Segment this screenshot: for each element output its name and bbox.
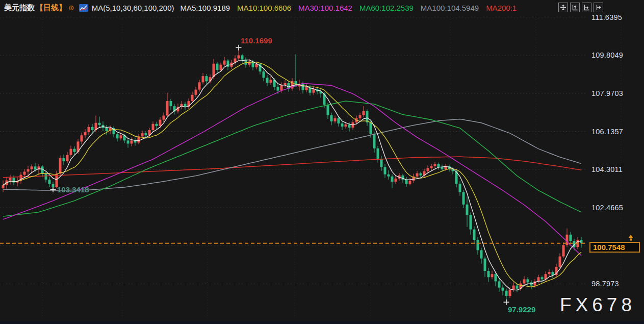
candle (302, 84, 304, 90)
y-axis-label: 109.8049 (591, 51, 642, 59)
candle (473, 230, 476, 240)
candle (377, 148, 379, 159)
candle (70, 149, 72, 155)
ma-value-ma5: MA5:100.9189 (181, 4, 230, 12)
candle (195, 90, 197, 95)
chart-toolbar (556, 3, 603, 12)
candle (559, 257, 561, 267)
candle (405, 180, 408, 184)
candle (131, 140, 133, 143)
candle (330, 115, 333, 121)
scale-vertical-icon[interactable] (570, 3, 580, 12)
candle (434, 164, 436, 166)
y-axis-label: 111.6395 (591, 13, 642, 21)
candle (141, 133, 144, 136)
candle (255, 64, 258, 68)
candle (359, 115, 362, 118)
candle (313, 89, 315, 93)
candle (152, 124, 154, 130)
candle (220, 65, 222, 70)
candle (527, 279, 529, 282)
price-annotation: 110.1699 (241, 36, 272, 45)
candle (98, 123, 101, 125)
candle (420, 173, 422, 176)
candle (395, 179, 397, 182)
candle (198, 82, 201, 89)
y-axis-label: 106.1357 (591, 128, 642, 136)
candle (491, 274, 494, 277)
ma200-line (3, 157, 581, 178)
candle (416, 173, 419, 177)
candle (241, 55, 244, 59)
candle (430, 166, 433, 168)
chart-header: 美元指数 【日线】 ⊕ MA(5,10,30,60,100,200) MA5:1… (4, 3, 524, 13)
candle (23, 171, 26, 175)
candle (84, 132, 87, 135)
candle (163, 115, 165, 119)
ma-settings-label: MA(5,10,30,60,100,200) (92, 4, 174, 12)
candle (512, 286, 515, 290)
candle (462, 192, 465, 204)
candle (63, 158, 65, 161)
candle (73, 149, 76, 152)
candle (459, 184, 461, 192)
crosshair-move-icon[interactable] (558, 3, 568, 12)
candle (170, 101, 172, 106)
candle (523, 279, 526, 283)
candle (263, 71, 265, 78)
period-label: 【日线】 (36, 3, 66, 13)
candle (31, 166, 33, 169)
expand-icon[interactable]: ⊕ (68, 4, 74, 12)
candle (202, 76, 204, 82)
y-axis-label: 98.7973 (591, 280, 642, 288)
price-annotation: 103.3418 (57, 185, 89, 194)
ma-legend: MA5:100.9189MA10:100.6606MA30:100.1642MA… (181, 4, 524, 12)
candle (477, 240, 479, 250)
candle (88, 127, 90, 132)
candle (505, 291, 508, 296)
candle (338, 118, 340, 123)
candle (498, 281, 501, 287)
pan-right-icon[interactable] (594, 3, 603, 12)
candle (66, 155, 69, 161)
watermark: FX678 (560, 294, 636, 316)
candle (216, 64, 219, 70)
candle (391, 177, 394, 182)
candle (441, 167, 444, 169)
candle (548, 272, 551, 274)
candle (509, 290, 511, 296)
candle (223, 61, 226, 65)
candle (409, 181, 411, 184)
candle (370, 122, 372, 134)
ma-value-ma60: MA60:102.2539 (359, 4, 414, 12)
symbol-name: 美元指数 (4, 3, 35, 13)
candle (81, 135, 83, 141)
candle (345, 124, 347, 127)
ma-value-ma10: MA10:100.6606 (237, 4, 291, 12)
candle (341, 123, 344, 127)
candle (305, 87, 308, 90)
time-axis-strip (0, 321, 644, 324)
candle (266, 78, 269, 83)
candle (238, 55, 240, 58)
candlestick-chart[interactable] (0, 0, 644, 324)
scale-horizontal-icon[interactable] (582, 3, 591, 12)
candle (59, 158, 62, 174)
candle (34, 166, 37, 169)
candle (487, 271, 490, 277)
candle (384, 167, 387, 174)
y-axis-label: 107.9703 (591, 89, 642, 97)
candle (2, 185, 5, 188)
candle (106, 128, 108, 131)
candle (145, 133, 147, 135)
candle (277, 87, 279, 90)
candle (127, 140, 130, 143)
candle (270, 80, 272, 83)
candle (27, 169, 30, 172)
y-axis-label: 104.3011 (591, 165, 642, 173)
candle (191, 95, 194, 101)
candle (570, 235, 572, 241)
current-price-value: 100.7548 (593, 243, 625, 252)
candle (537, 277, 540, 281)
candle (116, 134, 119, 138)
